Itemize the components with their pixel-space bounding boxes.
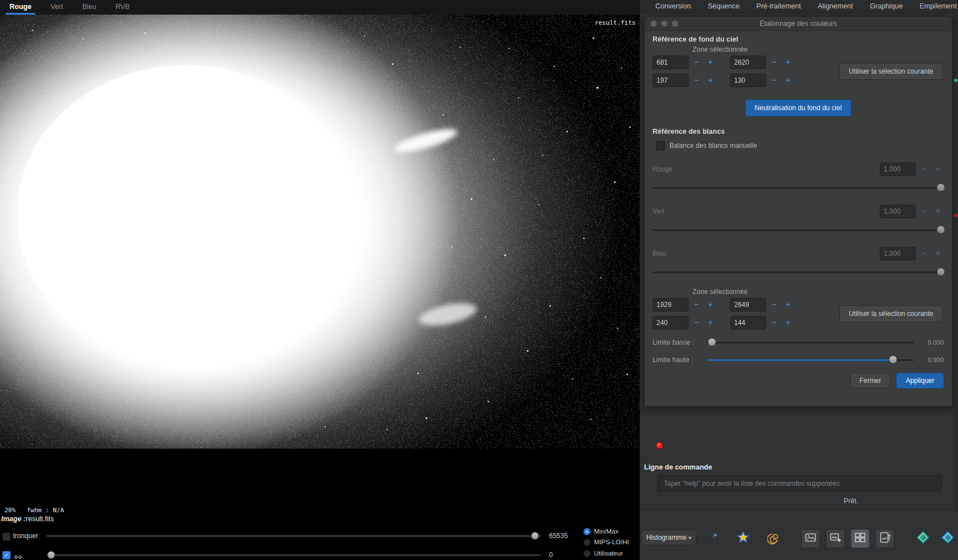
image-frame-button[interactable]: [801, 529, 820, 548]
minus-icon[interactable]: −: [917, 247, 930, 260]
zone1-w-input[interactable]: [653, 74, 689, 87]
photo-frame-icon: [804, 531, 817, 547]
plus-icon[interactable]: +: [704, 298, 717, 311]
minus-icon[interactable]: −: [768, 74, 780, 87]
siril-app: Rouge Vert Bleu RVB: [0, 0, 958, 560]
dialog-actions: Fermer Appliquer: [850, 373, 944, 389]
minus-icon[interactable]: −: [768, 298, 780, 311]
high-limit-slider[interactable]: [707, 355, 914, 364]
zone1-x-input[interactable]: [653, 56, 689, 69]
color-calibration-dialog: Étalonnage des couleurs Référence de fon…: [644, 16, 952, 407]
minus-icon[interactable]: −: [690, 298, 703, 311]
zone2-h-spin: − +: [730, 316, 794, 329]
plus-icon[interactable]: +: [932, 247, 944, 260]
plus-icon[interactable]: +: [704, 56, 717, 69]
low-slider[interactable]: [46, 554, 541, 556]
tab-rvb[interactable]: RVB: [106, 0, 139, 15]
ready-status: Prêt.: [844, 497, 858, 505]
zone2-x-input[interactable]: [653, 298, 689, 311]
image-add-button[interactable]: [826, 529, 845, 548]
plus-icon[interactable]: +: [704, 316, 717, 329]
star-tool-button[interactable]: [734, 529, 753, 548]
plus-icon[interactable]: +: [782, 56, 794, 69]
menu-sequence[interactable]: Séquence: [708, 2, 739, 10]
zone1-block: − + − + − +: [653, 56, 944, 87]
record-indicator: [656, 442, 663, 449]
display-mode-dropdown[interactable]: Histogramme ▾: [641, 530, 696, 545]
minus-icon[interactable]: −: [690, 316, 703, 329]
zoom-fwhm-status: 20% fwhm : N/A: [5, 507, 64, 514]
low-limit-handle[interactable]: [708, 338, 716, 346]
channel-bleu-input[interactable]: [880, 247, 916, 260]
channel-rouge-handle[interactable]: [937, 183, 945, 192]
minus-icon[interactable]: −: [690, 74, 703, 87]
pin-tool-button[interactable]: [703, 529, 722, 548]
close-button[interactable]: Fermer: [850, 373, 891, 389]
channel-rouge-spin: − +: [880, 162, 944, 176]
channel-rouge-input[interactable]: [880, 162, 916, 176]
spiral-tool-button[interactable]: [765, 529, 784, 548]
dialog-titlebar[interactable]: Étalonnage des couleurs: [645, 17, 952, 31]
use-selection-button-2[interactable]: Utiliser la sélection courante: [839, 305, 943, 322]
image-flip-button[interactable]: [875, 529, 894, 548]
menu-graphique[interactable]: Graphique: [870, 2, 902, 10]
zone2-y-input[interactable]: [730, 298, 766, 311]
low-limit-slider[interactable]: [707, 338, 914, 347]
menu-alignement[interactable]: Alignement: [818, 2, 853, 10]
manual-wb-checkbox[interactable]: [656, 141, 665, 150]
zone1-h-input[interactable]: [730, 74, 766, 87]
link-checkbox[interactable]: ✓: [2, 551, 11, 559]
minus-icon[interactable]: −: [690, 56, 703, 69]
menu-empilement[interactable]: Empilement: [920, 2, 957, 10]
plus-icon[interactable]: +: [932, 205, 944, 218]
channel-bleu-handle[interactable]: [937, 268, 945, 276]
grid-icon: [853, 531, 867, 547]
plus-icon[interactable]: +: [782, 298, 794, 311]
image-canvas[interactable]: result.fits: [0, 15, 640, 449]
plus-icon[interactable]: +: [782, 74, 794, 87]
plus-icon[interactable]: +: [704, 74, 717, 87]
high-limit-handle[interactable]: [889, 355, 897, 364]
photo-frame-plus-icon: [829, 531, 842, 547]
grid-view-button[interactable]: [851, 529, 870, 548]
low-slider-handle[interactable]: [47, 551, 55, 559]
channel-row-bleu: Bleu − +: [653, 247, 944, 260]
plus-icon[interactable]: +: [782, 316, 794, 329]
zone2-w-input[interactable]: [653, 316, 689, 329]
minus-icon[interactable]: −: [768, 316, 780, 329]
apply-button[interactable]: Appliquer: [896, 373, 944, 389]
strip-green-dot: [954, 79, 957, 82]
use-selection-button-1[interactable]: Utiliser la sélection courante: [839, 63, 943, 80]
radio-minmax[interactable]: [583, 528, 591, 535]
high-slider[interactable]: [46, 535, 541, 537]
channel-vert-spin: − +: [880, 205, 944, 218]
channel-vert-input[interactable]: [880, 205, 916, 218]
zone2-h-input[interactable]: [730, 316, 766, 329]
main-menubar: Conversion Séquence Pré-traitement Align…: [640, 0, 958, 13]
stack-tool-button-2[interactable]: [938, 529, 957, 548]
minus-icon[interactable]: −: [768, 56, 780, 69]
menu-pretraitement[interactable]: Pré-traitement: [757, 2, 801, 10]
manual-wb-label: Balance des blancs manuelle: [669, 142, 757, 150]
tab-bleu[interactable]: Bleu: [73, 0, 106, 15]
plus-icon[interactable]: +: [932, 162, 944, 176]
neutralize-background-button[interactable]: Neutralisation du fond du ciel: [745, 100, 852, 116]
minus-icon[interactable]: −: [917, 162, 930, 176]
diamond-layers-icon-2: [940, 530, 956, 548]
command-input[interactable]: [658, 475, 942, 491]
stack-tool-button-1[interactable]: [914, 529, 933, 548]
channel-vert-handle[interactable]: [937, 225, 945, 234]
minus-icon[interactable]: −: [917, 205, 930, 218]
channel-vert-slider[interactable]: [653, 225, 944, 234]
tab-rouge[interactable]: Rouge: [0, 0, 41, 15]
zone1-y-input[interactable]: [730, 56, 766, 69]
radio-mips[interactable]: [583, 539, 591, 546]
radio-user[interactable]: [583, 550, 591, 557]
high-slider-handle[interactable]: [531, 532, 539, 540]
menu-conversion[interactable]: Conversion: [655, 2, 691, 10]
channel-bleu-slider[interactable]: [653, 268, 944, 277]
tab-vert[interactable]: Vert: [41, 0, 73, 15]
truncate-checkbox[interactable]: [2, 532, 11, 541]
diamond-layers-icon: [915, 530, 931, 548]
channel-rouge-slider[interactable]: [653, 183, 944, 192]
